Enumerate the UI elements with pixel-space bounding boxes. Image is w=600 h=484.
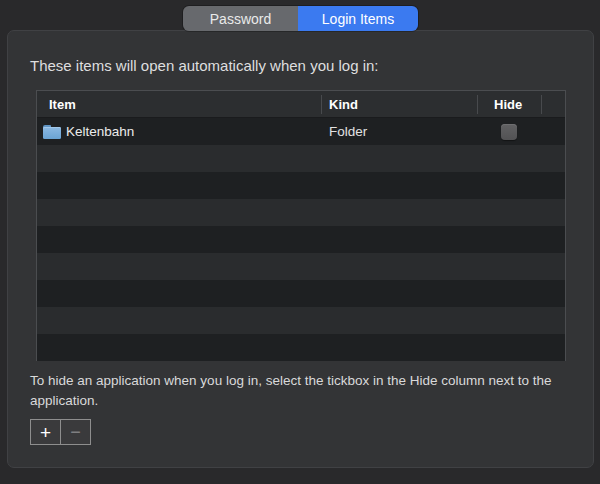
hide-cell — [477, 124, 541, 140]
column-divider — [541, 95, 542, 114]
table-row-empty — [37, 145, 565, 172]
table-row-empty — [37, 199, 565, 226]
table-row-empty — [37, 172, 565, 199]
column-header-hide: Hide — [494, 91, 522, 118]
tab-password[interactable]: Password — [183, 6, 298, 31]
table-row-keltenbahn[interactable]: Keltenbahn Folder — [37, 118, 565, 145]
table-body: Keltenbahn Folder — [37, 118, 565, 361]
table-row-empty — [37, 253, 565, 280]
folder-icon — [43, 125, 61, 139]
panel-description: These items will open automatically when… — [30, 57, 379, 74]
hide-hint-text: To hide an application when you log in, … — [30, 371, 580, 411]
remove-login-item-button[interactable]: − — [60, 419, 91, 445]
table-row-empty — [37, 226, 565, 253]
column-header-kind: Kind — [329, 91, 358, 118]
column-divider — [321, 95, 322, 114]
item-cell: Keltenbahn — [37, 124, 321, 139]
column-header-item: Item — [49, 91, 76, 118]
tab-login-items[interactable]: Login Items — [298, 6, 418, 31]
hide-checkbox[interactable] — [501, 124, 517, 140]
table-row-empty — [37, 307, 565, 334]
table-row-empty — [37, 334, 565, 361]
column-divider — [477, 95, 478, 114]
tab-bar: Password Login Items — [183, 6, 418, 31]
kind-cell: Folder — [321, 124, 477, 139]
login-items-table[interactable]: Item Kind Hide Keltenbahn Folder — [36, 90, 566, 361]
table-header: Item Kind Hide — [37, 91, 565, 118]
add-login-item-button[interactable]: + — [30, 419, 61, 445]
item-name: Keltenbahn — [66, 124, 134, 139]
table-row-empty — [37, 280, 565, 307]
add-remove-control: + − — [30, 419, 91, 445]
